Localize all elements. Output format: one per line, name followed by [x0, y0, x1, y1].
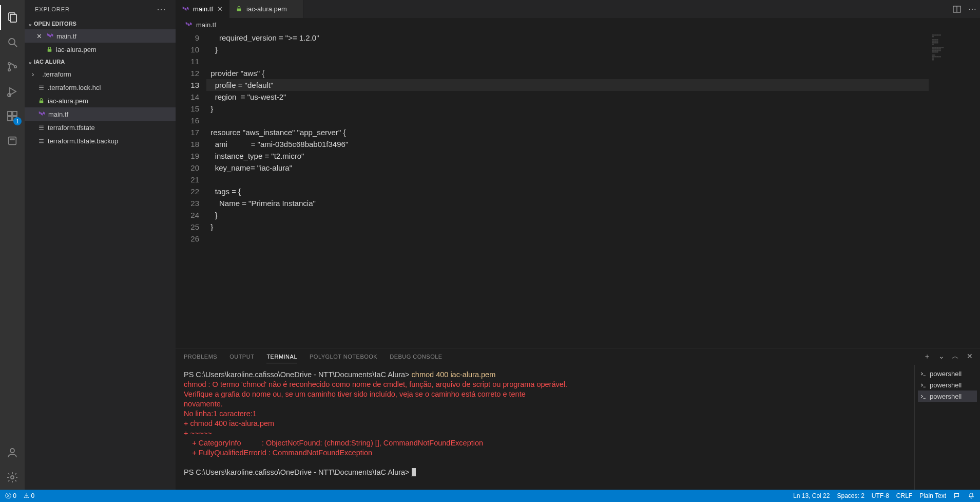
eol-status[interactable]: CRLF	[896, 492, 912, 499]
settings-gear-icon[interactable]	[0, 465, 25, 490]
bottom-panel: PROBLEMSOUTPUTTERMINALPOLYGLOT NOTEBOOKD…	[176, 348, 980, 490]
svg-rect-13	[10, 139, 14, 140]
open-editors-label: OPEN EDITORS	[34, 21, 76, 27]
file-name: main.tf	[56, 32, 76, 40]
open-editors-section[interactable]: ⌄OPEN EDITORS	[25, 18, 176, 29]
new-terminal-icon[interactable]: ＋	[924, 352, 931, 361]
close-tab-icon[interactable]: ✕	[217, 5, 223, 13]
project-section[interactable]: ⌄IAC ALURA	[25, 56, 176, 67]
remote-icon[interactable]	[0, 128, 25, 153]
file-tree-item[interactable]: terraform.tfstate.backup	[25, 134, 176, 147]
svg-line-3	[14, 44, 17, 47]
editor-area: main.tf✕iac-alura.pem✕ ⋯ main.tf 9101112…	[176, 0, 980, 490]
language-status[interactable]: Plain Text	[919, 492, 946, 499]
open-editor-item[interactable]: ✕main.tf	[25, 29, 176, 43]
terminal-list-item[interactable]: powershell	[918, 379, 977, 391]
svg-point-2	[9, 39, 15, 45]
svg-rect-1	[10, 14, 16, 22]
svg-point-14	[10, 449, 14, 453]
warnings-status[interactable]: ⚠ 0	[24, 492, 34, 499]
feedback-icon[interactable]	[953, 492, 960, 499]
terminal-output[interactable]: PS C:\Users\karoline.cafisso\OneDrive - …	[176, 365, 914, 490]
panel-tab[interactable]: DEBUG CONSOLE	[390, 350, 442, 363]
file-name: terraform.tfstate.backup	[48, 137, 118, 145]
tab-label: main.tf	[193, 5, 213, 13]
file-tree-item[interactable]: main.tf	[25, 107, 176, 121]
more-tabs-icon[interactable]: ⋯	[968, 4, 976, 14]
terminal-icon	[920, 370, 927, 377]
svg-rect-12	[9, 137, 16, 145]
account-icon[interactable]	[0, 440, 25, 465]
tab-label: iac-alura.pem	[246, 5, 287, 13]
terminal-name: powershell	[930, 381, 962, 389]
breadcrumb-label: main.tf	[196, 21, 216, 29]
file-name: .terraform.lock.hcl	[48, 84, 101, 91]
file-tree-item[interactable]: ›.terraform	[25, 67, 176, 81]
svg-point-4	[8, 63, 10, 65]
explorer-icon[interactable]	[0, 5, 25, 30]
file-name: main.tf	[48, 110, 68, 118]
file-tree-item[interactable]: .terraform.lock.hcl	[25, 81, 176, 94]
panel-tabs: PROBLEMSOUTPUTTERMINALPOLYGLOT NOTEBOOKD…	[176, 348, 980, 365]
extensions-badge: 1	[13, 117, 22, 125]
code-editor[interactable]: required_version = ">= 1.2.0" } provider…	[206, 31, 929, 348]
explorer-header: EXPLORER ⋯	[25, 0, 176, 18]
explorer-sidebar: EXPLORER ⋯ ⌄OPEN EDITORS ✕main.tfiac-alu…	[25, 0, 176, 490]
line-numbers: 91011121314151617181920212223242526	[176, 31, 206, 348]
search-icon[interactable]	[0, 30, 25, 54]
terminal-icon	[920, 393, 927, 400]
extensions-icon[interactable]: 1	[0, 104, 25, 128]
panel-tab[interactable]: TERMINAL	[266, 350, 297, 363]
tf-icon	[185, 21, 192, 28]
svg-point-5	[8, 69, 10, 71]
dropdown-icon[interactable]: ⌄	[938, 352, 945, 361]
more-icon[interactable]: ⋯	[157, 4, 165, 15]
errors-status[interactable]: ⓧ 0	[5, 492, 16, 500]
breadcrumb[interactable]: main.tf	[176, 18, 980, 31]
close-panel-icon[interactable]: ✕	[967, 352, 973, 361]
close-icon[interactable]: ✕	[35, 32, 43, 40]
editor-tab[interactable]: iac-alura.pem✕	[229, 0, 303, 18]
panel-tab[interactable]: PROBLEMS	[184, 350, 217, 363]
source-control-icon[interactable]	[0, 54, 25, 79]
file-tree-item[interactable]: terraform.tfstate	[25, 121, 176, 134]
svg-rect-27	[237, 8, 241, 11]
terminal-name: powershell	[930, 393, 962, 400]
panel-tab[interactable]: OUTPUT	[229, 350, 254, 363]
svg-point-15	[11, 476, 14, 479]
file-name: terraform.tfstate	[48, 124, 95, 132]
svg-rect-8	[8, 111, 12, 116]
terminal-list-item[interactable]: powershell	[918, 391, 977, 402]
split-editor-icon[interactable]	[953, 5, 961, 13]
activity-bar: 1	[0, 0, 25, 490]
terminal-list: powershellpowershellpowershell	[914, 365, 980, 490]
open-editor-item[interactable]: iac-alura.pem	[25, 43, 176, 56]
svg-point-7	[8, 94, 11, 97]
terminal-icon	[920, 382, 927, 388]
cursor-position[interactable]: Ln 13, Col 22	[793, 492, 830, 499]
encoding-status[interactable]: UTF-8	[872, 492, 889, 499]
file-name: iac-alura.pem	[56, 46, 97, 53]
maximize-panel-icon[interactable]: ︿	[952, 352, 959, 361]
file-name: .terraform	[42, 70, 71, 78]
svg-rect-16	[48, 49, 52, 51]
panel-tab[interactable]: POLYGLOT NOTEBOOK	[310, 350, 377, 363]
svg-rect-20	[40, 100, 44, 103]
indent-status[interactable]: Spaces: 2	[837, 492, 864, 499]
editor-tabs: main.tf✕iac-alura.pem✕ ⋯	[176, 0, 980, 18]
file-name: iac-alura.pem	[48, 97, 88, 105]
explorer-title: EXPLORER	[35, 6, 70, 12]
notifications-icon[interactable]	[968, 492, 975, 499]
run-debug-icon[interactable]	[0, 79, 25, 104]
project-name: IAC ALURA	[34, 59, 65, 65]
editor-tab[interactable]: main.tf✕	[176, 0, 229, 18]
terminal-list-item[interactable]: powershell	[918, 368, 977, 379]
minimap[interactable]: ████████████████████████████████████████…	[929, 31, 980, 348]
status-bar: ⓧ 0 ⚠ 0 Ln 13, Col 22 Spaces: 2 UTF-8 CR…	[0, 490, 980, 502]
file-tree-item[interactable]: iac-alura.pem	[25, 94, 176, 107]
terminal-name: powershell	[930, 370, 962, 378]
svg-rect-9	[13, 111, 17, 116]
svg-rect-10	[8, 117, 12, 121]
